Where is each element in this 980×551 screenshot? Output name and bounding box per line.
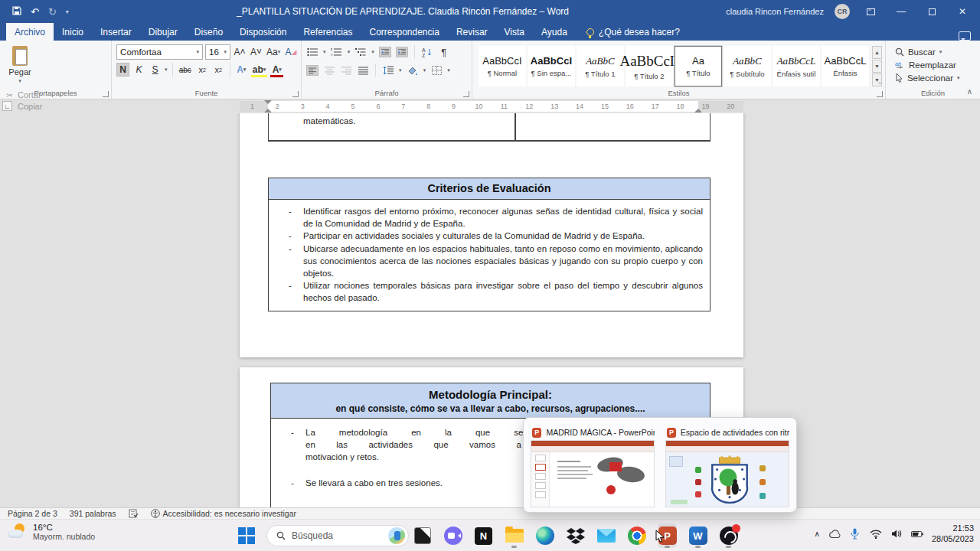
taskbar-icon-screen-snip[interactable] (413, 523, 432, 548)
taskbar-icon-word[interactable]: W (688, 523, 707, 548)
taskbar-icon-chrome[interactable] (627, 523, 646, 548)
ribbon-tab[interactable]: Correspondencia (361, 23, 447, 41)
styles-dialog-launcher[interactable] (877, 91, 883, 97)
underline-button[interactable]: S (149, 63, 162, 77)
find-button[interactable]: Buscar▾ (895, 47, 974, 57)
comments-icon[interactable] (959, 31, 971, 41)
highlight-color-button[interactable]: ab▾ (251, 63, 268, 77)
style-option[interactable]: Aa ¶ Título (675, 46, 722, 86)
ribbon-tab[interactable]: Dibujar (140, 23, 186, 41)
underline-caret[interactable]: ▾ (165, 67, 168, 73)
undo-icon[interactable]: ↶ (31, 6, 39, 18)
taskbar-icon-dropbox[interactable] (566, 523, 585, 548)
accessibility-status[interactable]: Accesibilidad: es necesario investigar (151, 509, 297, 518)
change-case-button[interactable]: Aa▾ (266, 45, 282, 59)
indent-markers[interactable] (264, 100, 272, 112)
criterios-table[interactable]: Criterios de Evaluación -Identificar ras… (268, 178, 710, 311)
battery-icon[interactable] (911, 528, 923, 540)
taskbar-search[interactable]: Búsqueda (266, 525, 409, 546)
horizontal-ruler[interactable]: 1234567891011121314151617181920 (240, 101, 743, 112)
taskbar-icon-edge[interactable] (535, 523, 554, 548)
decrease-indent-icon[interactable] (379, 47, 391, 57)
minimize-button[interactable]: — (891, 3, 911, 20)
strikethrough-button[interactable]: abc (178, 63, 193, 77)
ribbon-tab[interactable]: Disposición (231, 23, 295, 41)
grow-font-button[interactable]: A˄ (233, 45, 247, 59)
preview-thumbnail-1[interactable] (531, 440, 655, 507)
criteria-item[interactable]: -Identificar rasgos del entorno próximo,… (269, 205, 710, 230)
ribbon-tab[interactable]: Referencias (295, 23, 361, 41)
line-spacing-icon[interactable] (382, 65, 394, 76)
style-option[interactable]: AaBbCcL ¶ Título 2 (626, 46, 673, 86)
ribbon-tab[interactable]: Vista (496, 23, 533, 41)
taskbar-icon-zoom[interactable] (443, 523, 462, 548)
criterios-body[interactable]: -Identificar rasgos del entorno próximo,… (268, 200, 710, 311)
shrink-font-button[interactable]: A˅ (249, 45, 263, 59)
ribbon-tab[interactable]: Archivo (6, 23, 54, 41)
criteria-item[interactable]: -Participar en actividades sociales y cu… (269, 230, 710, 242)
tell-me-box[interactable]: ¿Qué desea hacer? (586, 23, 680, 41)
ribbon-tab[interactable]: Diseño (186, 23, 231, 41)
proofing-icon[interactable] (129, 509, 139, 518)
text-effects-button[interactable]: A▾ (235, 63, 248, 77)
taskbar-icon-mail[interactable] (596, 523, 616, 548)
hidden-icons-chevron[interactable]: ∧ (815, 530, 820, 538)
table-cell[interactable]: matemáticas. (303, 115, 355, 127)
start-button[interactable] (238, 527, 255, 544)
customize-qat-icon[interactable]: ▾ (66, 8, 69, 15)
metodologia-header[interactable]: Metodología Principal: en qué consiste, … (270, 383, 710, 419)
preview-window-1[interactable]: P MADRID MÁGICA - PowerPoint (528, 422, 658, 507)
wifi-icon[interactable] (870, 528, 882, 540)
criteria-item[interactable]: -Ubicarse adecuadamente en los espacios … (269, 243, 710, 280)
right-indent-marker[interactable] (694, 105, 702, 112)
top-table-fragment[interactable]: matemáticas. (268, 113, 710, 142)
styles-more-icon[interactable]: ▼̲ (872, 73, 882, 86)
ribbon-tab[interactable]: Insertar (92, 23, 140, 41)
microphone-icon[interactable] (849, 528, 861, 540)
account-name[interactable]: claudia Rincon Fernández (726, 7, 824, 16)
style-option[interactable]: AaBbCcL Énfasis (822, 46, 869, 86)
align-left-icon[interactable] (306, 65, 318, 76)
clipboard-dialog-launcher[interactable] (103, 91, 109, 97)
style-option[interactable]: AaBbC ¶ Subtítulo (724, 46, 771, 86)
onedrive-cloud-icon[interactable] (828, 528, 841, 540)
bullets-icon[interactable] (306, 47, 318, 57)
style-option[interactable]: AaBbC ¶ Título 1 (577, 46, 624, 86)
style-option[interactable]: AaBbCcI ¶ Normal (479, 46, 526, 86)
taskbar-icon-obs[interactable] (719, 523, 738, 548)
preview-window-2[interactable]: P Espacio de actividades con ritm... (663, 422, 793, 507)
preview-thumbnail-2[interactable] (665, 440, 789, 507)
ribbon-display-options-icon[interactable] (861, 3, 880, 20)
font-name-select[interactable]: Comfortaa▾ (116, 44, 203, 60)
style-option[interactable]: AaBbCcI ¶ Sin espa... (528, 46, 575, 86)
document-page-1[interactable]: matemáticas. Criterios de Evaluación -Id… (240, 113, 743, 357)
page-indicator[interactable]: Página 2 de 3 (8, 509, 57, 518)
select-button[interactable]: Seleccionar▾ (895, 73, 974, 83)
weather-widget[interactable]: 16°C Mayorm. nublado (8, 523, 95, 541)
ribbon-tab[interactable]: Revisar (448, 23, 496, 41)
styles-scroll-up-icon[interactable]: ▲ (872, 46, 882, 59)
word-count[interactable]: 391 palabras (70, 509, 116, 518)
superscript-button[interactable]: x2 (212, 63, 225, 77)
taskbar-icon-notion[interactable]: N (474, 523, 493, 548)
restore-button[interactable] (922, 3, 942, 20)
save-icon[interactable] (12, 6, 21, 18)
avatar[interactable]: CR (835, 4, 850, 19)
increase-indent-icon[interactable] (396, 47, 408, 57)
shading-icon[interactable] (407, 65, 419, 76)
clear-formatting-button[interactable]: A◢ (284, 45, 298, 59)
font-dialog-launcher[interactable] (292, 91, 299, 97)
italic-button[interactable]: K (132, 63, 145, 77)
taskbar-clock[interactable]: 21:53 28/05/2023 (932, 523, 974, 544)
collapse-ribbon-icon[interactable]: ∧ (967, 87, 972, 96)
replace-button[interactable]: ab Reemplazar (895, 60, 974, 70)
font-color-button[interactable]: A▾ (270, 63, 283, 77)
borders-icon[interactable] (430, 65, 443, 76)
taskbar-icon-file-explorer[interactable] (505, 523, 524, 548)
tab-stop-selector[interactable]: ∟ (2, 101, 12, 111)
paragraph-dialog-launcher[interactable] (463, 91, 469, 97)
bold-button[interactable]: N (116, 63, 129, 77)
styles-scroll-down-icon[interactable]: ▼ (872, 60, 882, 73)
search-highlights-icon[interactable] (388, 527, 405, 544)
font-size-select[interactable]: 16▾ (205, 44, 230, 60)
